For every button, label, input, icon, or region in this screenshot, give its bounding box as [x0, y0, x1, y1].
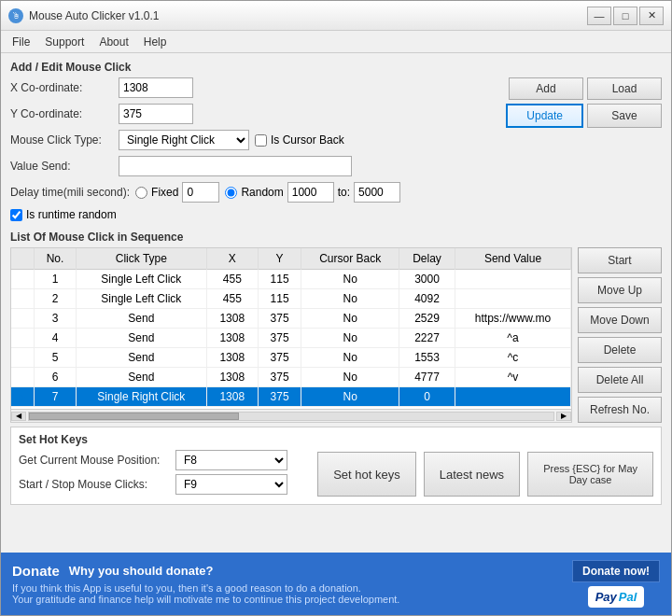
row-send-value [455, 270, 571, 289]
row-send-value: ^a [455, 329, 571, 348]
y-coord-row: Y Co-ordinate: [10, 104, 498, 124]
add-edit-title: Add / Edit Mouse Click [10, 61, 662, 74]
update-button[interactable]: Update [506, 104, 583, 128]
set-hotkeys-button[interactable]: Set hot keys [317, 452, 416, 497]
row-delay: 4777 [399, 368, 455, 387]
row-indicator: ▶ [11, 387, 35, 407]
row-no: 5 [35, 348, 77, 368]
random-value-input[interactable] [287, 182, 334, 203]
value-send-input[interactable] [119, 156, 352, 176]
table-row[interactable]: 3 Send 1308 375 No 2529 https://www.mo [11, 309, 571, 329]
runtime-random-checkbox[interactable] [10, 209, 22, 221]
menu-support[interactable]: Support [37, 34, 91, 50]
table-scroll[interactable]: No. Click Type X Y Cursor Back Delay Sen… [11, 248, 571, 409]
hotkeys-section: Set Hot Keys Get Current Mouse Position:… [10, 427, 662, 505]
row-send-value [455, 387, 571, 407]
menu-help[interactable]: Help [136, 34, 175, 50]
runtime-random-label: Is runtime random [26, 208, 117, 221]
paypal-logo[interactable]: PayPal [588, 586, 645, 608]
latest-news-button[interactable]: Latest news [424, 452, 520, 497]
move-down-button[interactable]: Move Down [578, 307, 662, 333]
scrollbar-thumb[interactable] [29, 413, 239, 420]
maximize-button[interactable]: □ [613, 7, 637, 25]
window-controls: — □ ✕ [587, 7, 664, 25]
to-value-input[interactable] [354, 182, 400, 203]
start-stop-row: Start / Stop Mouse Clicks: F9 [19, 474, 310, 495]
row-click-type: Single Left Click [76, 289, 206, 309]
row-delay: 2529 [399, 309, 455, 329]
table-section-wrapper: List Of Mouse Click in Sequence No. Clic… [10, 231, 662, 423]
horizontal-scrollbar[interactable]: ◀ ▶ [11, 409, 571, 422]
refresh-button[interactable]: Refresh No. [578, 397, 662, 423]
main-window: 🖱 Mouse Auto Clicker v1.0.1 — □ ✕ File S… [0, 0, 672, 616]
press-esc-button[interactable]: Press {ESC} for May Day case [527, 452, 653, 497]
row-click-type: Single Left Click [76, 270, 206, 289]
table-row[interactable]: 1 Single Left Click 455 115 No 3000 [11, 270, 571, 289]
row-click-type: Send [76, 348, 206, 368]
mouse-pos-select[interactable]: F8 [175, 450, 287, 470]
row-send-value [455, 289, 571, 309]
table-row[interactable]: 4 Send 1308 375 No 2227 ^a [11, 329, 571, 348]
row-cursor-back: No [301, 309, 399, 329]
form-area: X Co-ordinate: Y Co-ordinate: Mouse Clic… [10, 77, 662, 227]
row-click-type: Single Right Click [76, 387, 206, 407]
table-row[interactable]: 2 Single Left Click 455 115 No 4092 [11, 289, 571, 309]
row-x: 1308 [206, 368, 258, 387]
fixed-radio[interactable] [135, 187, 147, 199]
random-radio-group: Random to: [225, 182, 400, 203]
row-delay: 4092 [399, 289, 455, 309]
value-send-row: Value Send: [10, 156, 498, 176]
save-button[interactable]: Save [587, 104, 662, 128]
row-indicator [11, 270, 35, 289]
row-click-type: Send [76, 309, 206, 329]
hotkeys-content: Get Current Mouse Position: F8 Start / S… [19, 450, 653, 498]
menu-file[interactable]: File [5, 34, 37, 50]
action-buttons: Add Load Update Save [506, 77, 662, 128]
row-cursor-back: No [301, 270, 399, 289]
left-form: X Co-ordinate: Y Co-ordinate: Mouse Clic… [10, 77, 498, 227]
minimize-button[interactable]: — [587, 7, 611, 25]
add-button[interactable]: Add [509, 77, 583, 100]
row-delay: 2227 [399, 329, 455, 348]
click-type-label: Mouse Click Type: [10, 133, 113, 147]
menu-about[interactable]: About [91, 34, 135, 50]
row-indicator [11, 309, 35, 329]
donate-text1: If you think this App is useful to you, … [12, 582, 561, 594]
move-up-button[interactable]: Move Up [578, 277, 662, 303]
start-button[interactable]: Start [578, 247, 662, 273]
fixed-value-input[interactable] [182, 182, 219, 203]
start-stop-select[interactable]: F9 [175, 474, 287, 495]
row-y: 375 [258, 329, 301, 348]
cursor-back-checkbox[interactable] [255, 134, 267, 147]
delete-button[interactable]: Delete [578, 337, 662, 363]
delete-all-button[interactable]: Delete All [578, 367, 662, 393]
start-stop-label: Start / Stop Mouse Clicks: [19, 478, 168, 491]
col-cursor-back: Cursor Back [301, 248, 399, 270]
table-header-row: No. Click Type X Y Cursor Back Delay Sen… [11, 248, 571, 270]
app-icon: 🖱 [8, 8, 23, 23]
row-no: 4 [35, 329, 77, 348]
y-coord-input[interactable] [119, 104, 193, 124]
close-button[interactable]: ✕ [639, 7, 664, 25]
x-coord-input[interactable] [119, 77, 193, 98]
table-row[interactable]: 6 Send 1308 375 No 4777 ^v [11, 368, 571, 387]
row-cursor-back: No [301, 348, 399, 368]
random-radio[interactable] [225, 187, 237, 199]
row-delay: 3000 [399, 270, 455, 289]
scrollbar-track[interactable] [28, 412, 554, 421]
side-buttons: Start Move Up Move Down Delete Delete Al… [578, 247, 662, 423]
row-send-value: ^v [455, 368, 571, 387]
load-button[interactable]: Load [587, 77, 662, 100]
cursor-back-label: Is Cursor Back [271, 133, 344, 147]
table-row[interactable]: 5 Send 1308 375 No 1553 ^c [11, 348, 571, 368]
row-no: 7 [35, 387, 77, 407]
row-x: 455 [206, 289, 258, 309]
col-y: Y [258, 248, 301, 270]
table-section: No. Click Type X Y Cursor Back Delay Sen… [10, 247, 662, 423]
table-row[interactable]: ▶ 7 Single Right Click 1308 375 No 0 [11, 387, 571, 407]
cursor-back-row: Is Cursor Back [255, 133, 344, 147]
donate-bar: Donate Why you should donate? If you thi… [1, 553, 671, 615]
donate-now-button[interactable]: Donate now! [572, 560, 660, 582]
click-type-select[interactable]: Single Left Click Single Right Click Dou… [119, 130, 249, 150]
row-no: 1 [35, 270, 77, 289]
